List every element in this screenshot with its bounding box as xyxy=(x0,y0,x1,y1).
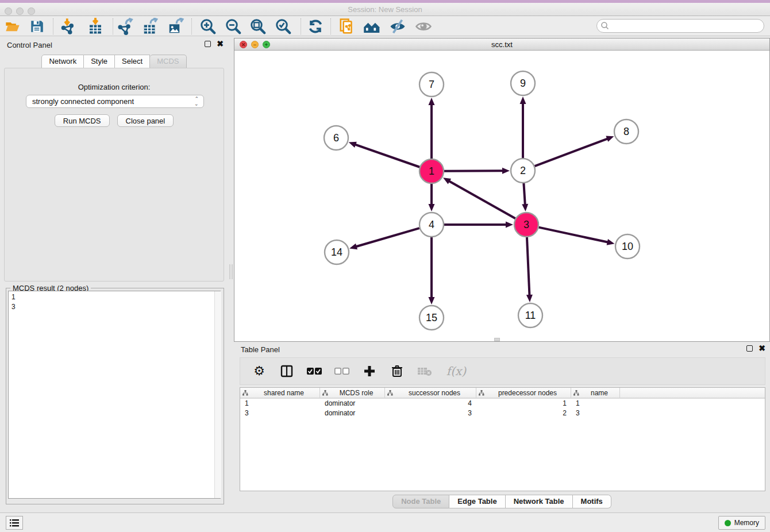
table-row[interactable]: 3dominator323 xyxy=(240,408,765,418)
window-title: Session: New Session xyxy=(0,5,770,14)
column-header-name[interactable]: name xyxy=(571,388,620,398)
graph-node-label: 15 xyxy=(426,312,437,323)
table-tab-network-table[interactable]: Network Table xyxy=(506,495,573,508)
control-tab-mcds[interactable]: MCDS xyxy=(150,55,186,68)
horizontal-splitter-grip[interactable] xyxy=(494,338,500,341)
zoom-in-icon[interactable] xyxy=(199,17,217,36)
window-titlebar[interactable]: Session: New Session xyxy=(0,3,770,16)
graph-edge-arrowhead xyxy=(502,168,510,174)
table-cell[interactable]: 3 xyxy=(571,408,620,418)
copy-network-icon[interactable] xyxy=(338,17,356,36)
result-scrollbar[interactable] xyxy=(214,291,221,498)
zoom-selected-icon[interactable] xyxy=(274,17,292,36)
network-window-titlebar[interactable]: ✕ − + scc.txt xyxy=(234,38,769,51)
column-header-shared-name[interactable]: shared name xyxy=(240,388,320,398)
import-network-icon[interactable] xyxy=(59,17,77,36)
memory-label: Memory xyxy=(734,519,759,527)
node-table[interactable]: shared nameMCDS rolesuccessor nodesprede… xyxy=(240,387,765,491)
table-cell[interactable]: 1 xyxy=(476,399,571,408)
table-cell[interactable]: 1 xyxy=(571,399,620,408)
control-panel-tabs: NetworkStyleSelectMCDS xyxy=(0,55,228,68)
hide-selected-icon[interactable] xyxy=(388,17,407,36)
table-cell[interactable]: dominator xyxy=(320,399,385,408)
search-input[interactable] xyxy=(610,22,764,30)
table-panel-title: Table Panel xyxy=(241,345,280,354)
list-icon xyxy=(9,518,20,527)
graph-edge-2-8[interactable] xyxy=(535,138,609,166)
column-label: predecessor nodes xyxy=(484,389,571,397)
chevron-up-down-icon: ⌃⌃ xyxy=(194,97,199,105)
table-cell[interactable]: 3 xyxy=(240,408,320,418)
graph-edge-2-3[interactable] xyxy=(523,183,525,205)
graph-edge-1-2[interactable] xyxy=(444,171,503,171)
search-icon xyxy=(600,21,610,30)
graph-edge-arrowhead xyxy=(349,142,357,148)
graph-edge-3-11[interactable] xyxy=(527,237,530,296)
graph-edge-arrowhead xyxy=(606,136,614,142)
delete-table-icon[interactable] xyxy=(417,364,432,379)
optimization-criterion-select[interactable]: strongly connected component ⌃⌃ xyxy=(26,95,204,108)
control-panel: Control Panel ✖ NetworkStyleSelectMCDS O… xyxy=(0,38,228,512)
control-tab-style[interactable]: Style xyxy=(84,55,115,68)
first-neighbors-icon[interactable] xyxy=(363,17,382,36)
table-cell[interactable]: 1 xyxy=(240,399,320,408)
table-tab-edge-table[interactable]: Edge Table xyxy=(449,495,505,508)
close-panel-icon[interactable]: ✖ xyxy=(217,41,224,47)
graph-edge-4-14[interactable] xyxy=(356,228,419,246)
save-session-icon[interactable] xyxy=(28,17,46,36)
graph-edge-arrowhead xyxy=(429,98,435,105)
column-header-predecessor-nodes[interactable]: predecessor nodes xyxy=(476,388,571,398)
table-tab-node-table[interactable]: Node Table xyxy=(392,495,449,508)
float-table-panel-icon[interactable] xyxy=(746,345,753,352)
column-header-MCDS-role[interactable]: MCDS role xyxy=(320,388,385,398)
run-mcds-button[interactable]: Run MCDS xyxy=(55,114,110,127)
graph-edge-3-1[interactable] xyxy=(449,181,515,219)
table-cell[interactable]: dominator xyxy=(320,408,385,418)
show-columns-icon[interactable] xyxy=(279,364,294,379)
table-cell[interactable]: 3 xyxy=(385,408,476,418)
table-cell[interactable]: 4 xyxy=(385,399,476,408)
refresh-layout-icon[interactable] xyxy=(306,17,325,36)
graph-edge-arrowhead xyxy=(526,295,533,302)
close-panel-button[interactable]: Close panel xyxy=(117,114,174,127)
graph-edge-arrowhead xyxy=(506,222,513,228)
select-all-icon[interactable] xyxy=(307,364,322,379)
control-tab-network[interactable]: Network xyxy=(41,55,84,68)
zoom-out-icon[interactable] xyxy=(224,17,242,36)
open-session-icon[interactable] xyxy=(3,17,22,36)
zoom-fit-icon[interactable] xyxy=(249,17,267,36)
memory-button[interactable]: Memory xyxy=(718,516,765,530)
mcds-result-textarea[interactable]: 1 3 xyxy=(8,291,221,499)
network-canvas[interactable]: 1234678910111415 xyxy=(234,51,769,341)
graph-edge-3-10[interactable] xyxy=(539,228,609,242)
column-header-successor-nodes[interactable]: successor nodes xyxy=(385,388,476,398)
table-row[interactable]: 1dominator411 xyxy=(240,399,765,408)
graph-edge-arrowhead xyxy=(429,297,435,304)
mcds-panel: Optimization criterion: strongly connect… xyxy=(4,68,224,282)
close-table-panel-icon[interactable]: ✖ xyxy=(759,345,765,352)
hierarchy-icon xyxy=(479,390,484,396)
deselect-all-icon[interactable] xyxy=(334,364,349,379)
export-image-icon[interactable] xyxy=(167,17,185,36)
import-table-icon[interactable] xyxy=(86,17,105,36)
graph-edge-arrowhead xyxy=(520,97,526,104)
delete-icon[interactable] xyxy=(390,364,405,379)
settings-gear-icon[interactable]: ⚙ xyxy=(252,364,267,379)
graph-edge-1-6[interactable] xyxy=(355,144,419,167)
table-cell[interactable]: 2 xyxy=(476,408,571,418)
add-row-icon[interactable] xyxy=(362,364,377,379)
control-tab-select[interactable]: Select xyxy=(115,55,150,68)
function-builder-icon[interactable]: f(x) xyxy=(445,364,468,379)
search-field[interactable] xyxy=(596,19,764,33)
column-label: name xyxy=(579,389,619,397)
export-table-icon[interactable] xyxy=(141,17,160,36)
hierarchy-icon xyxy=(242,390,248,396)
hierarchy-icon xyxy=(573,390,579,396)
table-tab-motifs[interactable]: Motifs xyxy=(573,495,611,508)
node-table-body: 1dominator4113dominator323 xyxy=(240,399,765,418)
export-network-icon[interactable] xyxy=(116,17,134,36)
task-history-button[interactable] xyxy=(6,516,23,530)
vertical-splitter-grip[interactable] xyxy=(229,264,233,279)
float-panel-icon[interactable] xyxy=(205,41,211,47)
show-all-icon[interactable] xyxy=(414,17,433,36)
